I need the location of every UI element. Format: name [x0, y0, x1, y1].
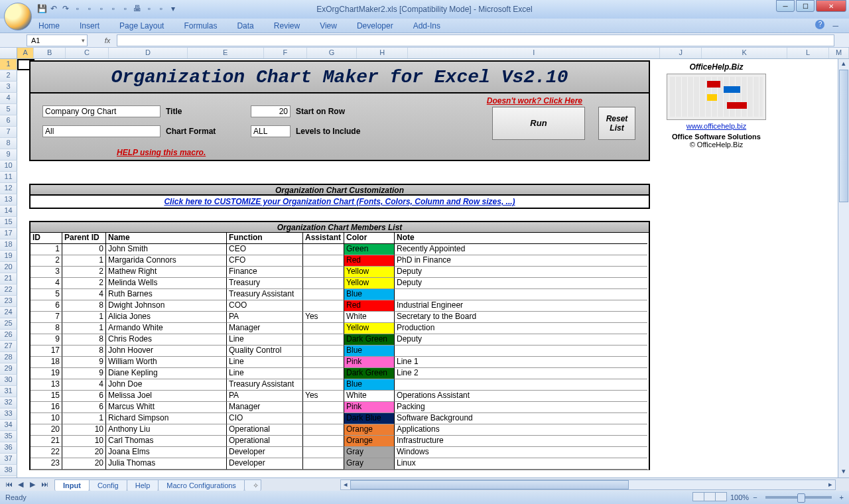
- cell-id[interactable]: 22: [31, 447, 62, 458]
- cell-color[interactable]: Dark Blue: [344, 413, 395, 424]
- sheet-tab-input[interactable]: Input: [54, 479, 90, 491]
- sheet-tab-config[interactable]: Config: [89, 479, 127, 491]
- cell-parent-id[interactable]: 10: [62, 424, 106, 436]
- cell-function[interactable]: COO: [227, 300, 303, 312]
- table-row[interactable]: 156Melissa JoelPAYesWhiteOperations Assi…: [31, 391, 649, 402]
- cell-note[interactable]: Production: [395, 323, 647, 334]
- col-header[interactable]: E: [188, 48, 264, 58]
- print-icon[interactable]: 🖶: [132, 3, 143, 14]
- cell-id[interactable]: 17: [31, 346, 62, 357]
- cell-assistant[interactable]: [303, 402, 344, 413]
- cell-color[interactable]: Orange: [344, 424, 395, 436]
- reset-button[interactable]: Reset List: [598, 107, 635, 140]
- cell-note[interactable]: Deputy: [395, 267, 647, 278]
- cell-parent-id[interactable]: 2: [62, 278, 106, 289]
- cell-parent-id[interactable]: 1: [62, 312, 106, 323]
- cell-note[interactable]: [395, 346, 647, 357]
- insert-sheet-icon[interactable]: ✧: [244, 479, 261, 491]
- cell-assistant[interactable]: [303, 346, 344, 357]
- cell-assistant[interactable]: [303, 447, 344, 458]
- table-row[interactable]: 178John HooverQuality ControlBlue: [31, 346, 649, 357]
- save-icon[interactable]: 💾: [36, 3, 47, 14]
- cell-color[interactable]: White: [344, 312, 395, 323]
- row-header[interactable]: 6: [0, 115, 17, 127]
- cell-name[interactable]: Melinda Wells: [106, 278, 227, 289]
- col-header[interactable]: D: [109, 48, 188, 58]
- cell-function[interactable]: Developer: [227, 458, 303, 470]
- row-header[interactable]: 1: [0, 59, 17, 70]
- tab-page-layout[interactable]: Page Layout: [115, 20, 168, 32]
- cell-parent-id[interactable]: 1: [62, 413, 106, 424]
- col-header[interactable]: C: [66, 48, 109, 58]
- cell-note[interactable]: PhD in Finance: [395, 255, 647, 267]
- cell-assistant[interactable]: [303, 289, 344, 300]
- office-button[interactable]: [4, 3, 32, 31]
- cell-parent-id[interactable]: 20: [62, 458, 106, 470]
- row-header[interactable]: 37: [0, 454, 17, 465]
- row-header[interactable]: 15: [0, 217, 17, 228]
- tab-home[interactable]: Home: [34, 20, 64, 32]
- cell-color[interactable]: Pink: [344, 402, 395, 413]
- cell-id[interactable]: 3: [31, 267, 62, 278]
- cell-parent-id[interactable]: 6: [62, 391, 106, 402]
- cell-parent-id[interactable]: 10: [62, 436, 106, 447]
- col-header[interactable]: L: [787, 48, 829, 58]
- cell-function[interactable]: Treasury Assistant: [227, 289, 303, 300]
- cell-assistant[interactable]: Yes: [303, 312, 344, 323]
- tab-formulas[interactable]: Formulas: [180, 20, 221, 32]
- cell-function[interactable]: Manager: [227, 402, 303, 413]
- col-header[interactable]: I: [408, 48, 660, 58]
- row-header[interactable]: 23: [0, 296, 17, 307]
- cell-name[interactable]: John Doe: [106, 379, 227, 391]
- cell-color[interactable]: Green: [344, 244, 395, 255]
- cell-note[interactable]: Infrastructure: [395, 436, 647, 447]
- cell-id[interactable]: 23: [31, 458, 62, 470]
- cell-function[interactable]: Treasury Assistant: [227, 379, 303, 391]
- cell-name[interactable]: William Worth: [106, 357, 227, 368]
- cell-note[interactable]: Software Background: [395, 413, 647, 424]
- start-row-input[interactable]: 20: [251, 105, 291, 117]
- cell-color[interactable]: Dark Green: [344, 334, 395, 346]
- cell-color[interactable]: Gray: [344, 458, 395, 470]
- cell-color[interactable]: Gray: [344, 447, 395, 458]
- row-header[interactable]: 20: [0, 262, 17, 273]
- row-header[interactable]: 4: [0, 93, 17, 104]
- table-row[interactable]: 134John DoeTreasury AssistantBlue: [31, 379, 649, 391]
- cell-color[interactable]: Blue: [344, 289, 395, 300]
- cell-function[interactable]: Treasury: [227, 278, 303, 289]
- qat-icon[interactable]: ▫: [72, 3, 83, 14]
- cell-name[interactable]: Joana Elms: [106, 447, 227, 458]
- title-input[interactable]: Company Org Chart: [42, 105, 161, 117]
- cell-assistant[interactable]: [303, 413, 344, 424]
- col-header[interactable]: K: [702, 48, 787, 58]
- cell-parent-id[interactable]: 8: [62, 300, 106, 312]
- tab-data[interactable]: Data: [233, 20, 257, 32]
- table-row[interactable]: 98Chris RodesLineDark GreenDeputy: [31, 334, 649, 346]
- cell-function[interactable]: CIO: [227, 413, 303, 424]
- table-row[interactable]: 166Marcus WhittManagerPinkPacking: [31, 402, 649, 413]
- cell-function[interactable]: Manager: [227, 323, 303, 334]
- cell-function[interactable]: PA: [227, 391, 303, 402]
- cell-id[interactable]: 15: [31, 391, 62, 402]
- cell-note[interactable]: Operations Assistant: [395, 391, 647, 402]
- row-header[interactable]: 32: [0, 397, 17, 409]
- row-header[interactable]: 31: [0, 386, 17, 397]
- horizontal-scrollbar[interactable]: ◂ ▸: [340, 479, 836, 490]
- cell-parent-id[interactable]: 6: [62, 402, 106, 413]
- cell-note[interactable]: Windows: [395, 447, 647, 458]
- row-header[interactable]: 27: [0, 341, 17, 352]
- cell-color[interactable]: Pink: [344, 357, 395, 368]
- col-header[interactable]: H: [357, 48, 408, 58]
- cell-name[interactable]: Ruth Barnes: [106, 289, 227, 300]
- cell-name[interactable]: John Hoover: [106, 346, 227, 357]
- tab-nav-prev-icon[interactable]: ◀: [15, 480, 27, 489]
- fx-icon[interactable]: fx: [101, 36, 114, 44]
- cell-parent-id[interactable]: 8: [62, 346, 106, 357]
- cell-name[interactable]: John Smith: [106, 244, 227, 255]
- scroll-thumb[interactable]: [839, 70, 848, 202]
- cell-note[interactable]: Deputy: [395, 278, 647, 289]
- col-header[interactable]: A: [17, 48, 34, 58]
- cell-id[interactable]: 6: [31, 300, 62, 312]
- row-header[interactable]: 28: [0, 352, 17, 363]
- cell-parent-id[interactable]: 2: [62, 267, 106, 278]
